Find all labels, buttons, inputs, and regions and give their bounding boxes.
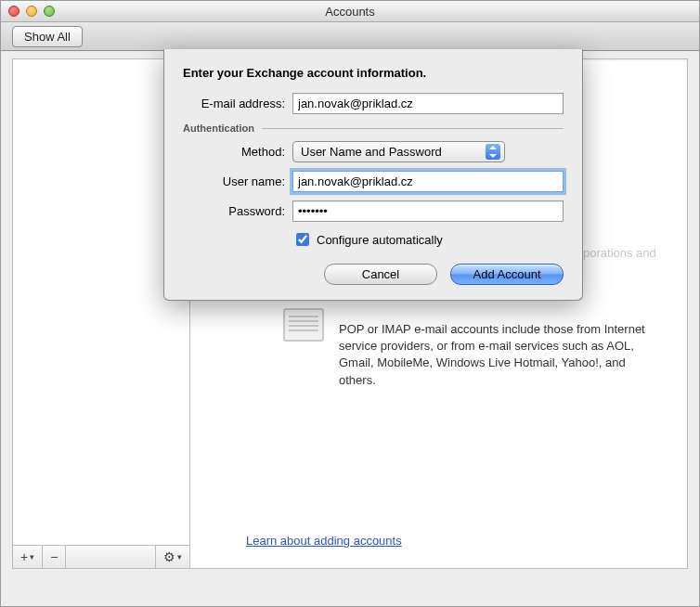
mail-doc-icon (283, 308, 324, 342)
sheet-heading: Enter your Exchange account information. (183, 66, 564, 80)
password-row: Password: (183, 200, 564, 222)
separator-line (262, 128, 564, 129)
password-field[interactable] (292, 200, 564, 222)
cancel-button[interactable]: Cancel (324, 264, 437, 285)
sheet-button-row: Cancel Add Account (183, 264, 564, 285)
configure-auto-checkbox[interactable] (296, 233, 309, 246)
learn-about-adding-accounts-link[interactable]: Learn about adding accounts (246, 534, 402, 548)
accounts-window: Accounts Show All +▾ − ⚙▾ Add an Account… (0, 0, 700, 607)
popup-arrows-icon (486, 144, 500, 160)
sidebar-actions-menu[interactable]: ⚙▾ (155, 546, 189, 568)
add-account-button[interactable]: +▾ (13, 546, 43, 568)
traffic-lights (8, 6, 55, 17)
show-all-button[interactable]: Show All (12, 26, 83, 47)
method-label: Method: (183, 145, 292, 159)
chevron-down-icon: ▾ (30, 552, 34, 562)
password-label: Password: (183, 204, 292, 218)
chevron-down-icon: ▾ (177, 552, 182, 562)
email-field[interactable] (292, 93, 564, 114)
minus-icon: − (50, 549, 58, 564)
gear-icon: ⚙ (163, 549, 175, 564)
titlebar: Accounts (1, 1, 699, 22)
sidebar-spacer (66, 546, 155, 568)
zoom-window-button[interactable] (44, 6, 55, 17)
authentication-separator: Authentication (183, 123, 564, 134)
method-value: User Name and Password (301, 145, 442, 159)
authentication-label: Authentication (183, 123, 262, 134)
configure-auto-label: Configure automatically (317, 233, 443, 247)
email-label: E-mail address: (183, 97, 292, 110)
username-label: User name: (183, 174, 292, 188)
toolbar: Show All (1, 22, 699, 51)
add-account-button[interactable]: Add Account (450, 264, 564, 285)
configure-auto-row: Configure automatically (292, 230, 564, 249)
close-window-button[interactable] (8, 6, 19, 17)
minimize-window-button[interactable] (26, 6, 37, 17)
exchange-account-sheet: Enter your Exchange account information.… (163, 49, 583, 301)
username-row: User name: (183, 171, 564, 192)
username-field[interactable] (292, 171, 564, 192)
sidebar-footer: +▾ − ⚙▾ (13, 545, 189, 568)
method-popup[interactable]: User Name and Password (292, 141, 505, 162)
method-row: Method: User Name and Password (183, 141, 564, 162)
email-row: E-mail address: (183, 93, 564, 114)
window-title: Accounts (1, 5, 699, 19)
plus-icon: + (20, 549, 28, 564)
pop-imap-description: POP or IMAP e-mail accounts include thos… (339, 321, 659, 389)
remove-account-button[interactable]: − (43, 546, 66, 568)
